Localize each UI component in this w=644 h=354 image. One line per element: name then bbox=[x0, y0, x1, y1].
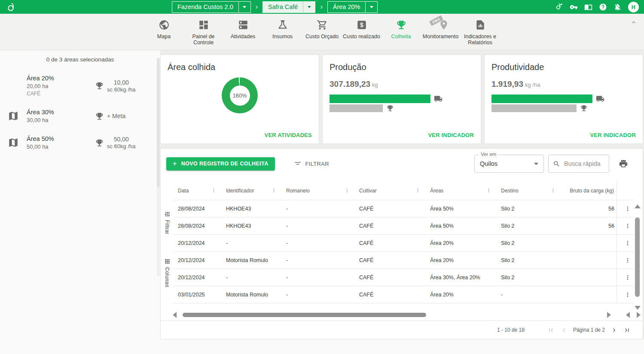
card-producao: Produção 307.189,23kg bbox=[322, 55, 481, 144]
area-selector-caret[interactable] bbox=[365, 2, 377, 12]
scroll-right-arrow[interactable] bbox=[637, 312, 641, 318]
notifications-off-icon[interactable] bbox=[613, 3, 622, 11]
pagination: 1 - 10 de 18 Página 1 de 2 bbox=[161, 320, 643, 339]
previous-page-button[interactable] bbox=[560, 327, 568, 334]
column-menu-icon[interactable] bbox=[344, 188, 350, 193]
column-menu-icon[interactable] bbox=[486, 188, 491, 193]
table-row[interactable]: 03/01/2025 Motorista Romulo - CAFÉ Área … bbox=[174, 286, 634, 303]
season-selector-caret[interactable] bbox=[303, 2, 315, 12]
key-icon[interactable] bbox=[570, 3, 578, 11]
list-item-area-50[interactable]: Área 50% 50,00 ha 50,00 sc 60kg /ha bbox=[0, 135, 160, 150]
view-in-select[interactable]: Ver em Quilos bbox=[474, 155, 544, 173]
column-menu-icon[interactable] bbox=[271, 188, 277, 193]
row-menu-button[interactable] bbox=[617, 269, 634, 286]
collapse-nav-icon[interactable] bbox=[630, 19, 637, 27]
search-input[interactable] bbox=[563, 160, 604, 168]
area-size: 50,00 ha bbox=[27, 143, 95, 150]
help-icon[interactable] bbox=[599, 3, 607, 11]
column-menu-icon[interactable] bbox=[415, 188, 421, 193]
scroll-left-arrow[interactable] bbox=[173, 312, 177, 318]
scroll-right-arrow[interactable] bbox=[607, 312, 611, 318]
farm-selector-caret[interactable] bbox=[238, 2, 250, 12]
ver-indicador-link[interactable]: VER INDICADOR bbox=[590, 132, 636, 138]
nav-item-mapa[interactable]: Mapa bbox=[145, 19, 183, 40]
trophy-icon bbox=[386, 104, 394, 112]
invite-icon[interactable] bbox=[555, 2, 563, 12]
horizontal-scroll-thumb[interactable] bbox=[183, 313, 426, 317]
cell-destino: Silo 2 bbox=[497, 200, 561, 217]
table-header-row: Data Identificador Romaneio Cultivar Áre… bbox=[174, 181, 634, 200]
more-vert-icon bbox=[624, 240, 631, 247]
content: 0 de 3 áreas selecionadas Área 20% 20,00… bbox=[0, 50, 644, 354]
goal-bar bbox=[330, 104, 383, 112]
tab-colunas[interactable]: Colunas bbox=[162, 258, 172, 287]
table-row[interactable]: 28/08/2024 HKHOE43 - CAFÉ Área 50% Silo … bbox=[174, 200, 634, 217]
add-goal-button[interactable]: + Meta bbox=[107, 113, 125, 119]
row-menu-button[interactable] bbox=[617, 200, 634, 217]
table-horizontal-scrollbar[interactable] bbox=[173, 311, 611, 318]
goal-unit: sc 60kg /ha bbox=[107, 143, 136, 150]
table-vertical-scrollbar[interactable] bbox=[634, 204, 641, 310]
area-selector[interactable]: Área 20% bbox=[327, 1, 378, 13]
scroll-left-arrow[interactable] bbox=[626, 312, 630, 318]
table-toolbar: + NOVO REGISTRO DE COLHEITA FILTRAR Ver … bbox=[161, 149, 643, 173]
farm-selector[interactable]: Fazenda Custos 2.0 bbox=[172, 1, 251, 13]
row-menu-button[interactable] bbox=[617, 217, 634, 234]
nav-item-atividades[interactable]: Atividades bbox=[224, 19, 262, 40]
chevron-down-icon bbox=[534, 163, 538, 165]
map-icon bbox=[8, 110, 19, 122]
cell-romaneio: - bbox=[282, 252, 355, 269]
new-harvest-record-button[interactable]: + NOVO REGISTRO DE COLHEITA bbox=[166, 157, 275, 171]
map-pin-icon: PRO bbox=[431, 19, 450, 31]
vertical-scroll-thumb[interactable] bbox=[635, 217, 640, 297]
nav-item-insumos[interactable]: Insumos bbox=[264, 19, 301, 40]
cell-cultivar: CAFÉ bbox=[355, 252, 426, 269]
column-menu-icon[interactable] bbox=[211, 188, 217, 193]
list-item-area-30[interactable]: Área 30% 30,00 ha + Meta bbox=[0, 109, 160, 123]
scroll-down-arrow[interactable] bbox=[635, 306, 641, 310]
sidebar-scrollbar-thumb[interactable] bbox=[157, 58, 160, 187]
more-vert-icon bbox=[624, 291, 631, 298]
pinned-column-scroll[interactable] bbox=[626, 311, 641, 318]
print-button[interactable] bbox=[619, 159, 628, 168]
table-row[interactable]: 28/08/2024 HKHOE43 - CAFÉ Área 50% Silo … bbox=[174, 217, 634, 235]
user-avatar[interactable]: H bbox=[628, 2, 639, 12]
filter-sliders-icon bbox=[164, 211, 171, 217]
column-menu-icon[interactable] bbox=[550, 188, 556, 193]
season-selector[interactable]: Safra Café bbox=[262, 1, 315, 13]
tab-filtrar[interactable]: Filtrar bbox=[162, 211, 172, 234]
book-icon[interactable] bbox=[584, 3, 592, 11]
row-menu-button[interactable] bbox=[617, 286, 634, 303]
chevron-down-icon bbox=[308, 6, 311, 8]
nav-item-colheita[interactable]: Colheita bbox=[382, 19, 420, 40]
next-page-button[interactable] bbox=[610, 327, 618, 334]
nav-item-monitoramento[interactable]: PRO Monitoramento bbox=[422, 19, 459, 40]
last-page-button[interactable] bbox=[623, 327, 631, 334]
nav-item-custo-realizado[interactable]: $ Custo realizado bbox=[343, 19, 380, 40]
list-item-area-20[interactable]: Área 20% 20,00 ha CAFÉ 10,00 sc 60kg /ha bbox=[0, 75, 160, 97]
first-page-button[interactable] bbox=[547, 327, 555, 334]
table-row[interactable]: 20/12/2024 - - CAFÉ Área 20% Silo 2 bbox=[174, 235, 634, 252]
table-row[interactable]: 20/12/2024 - - CAFÉ Área 30%, Área 20% S… bbox=[174, 269, 634, 286]
scroll-up-arrow[interactable] bbox=[635, 204, 641, 208]
ver-indicador-link[interactable]: VER INDICADOR bbox=[428, 132, 474, 138]
ver-atividades-link[interactable]: VER ATIVIDADES bbox=[265, 132, 312, 138]
cell-data: 28/08/2024 bbox=[174, 217, 222, 234]
nav-item-indicadores-relatorios[interactable]: Indicadores e Relatórios bbox=[461, 19, 499, 46]
row-menu-button[interactable] bbox=[617, 252, 634, 269]
table-row[interactable]: 20/12/2024 Motorista Romulo - CAFÉ Área … bbox=[174, 252, 634, 269]
nav-item-painel-de-controle[interactable]: Painel de Controle bbox=[185, 19, 222, 46]
card-title: Área colhida bbox=[168, 62, 312, 72]
cell-areas: Área 30%, Área 20% bbox=[426, 269, 497, 286]
nav-item-custo-orcado[interactable]: Custo Orçado bbox=[303, 19, 341, 40]
cell-data: 03/01/2025 bbox=[174, 286, 222, 303]
main-area: Área colhida 160% VER ATIVIDADES Produçã… bbox=[160, 50, 644, 354]
farm-selector-label: Fazenda Custos 2.0 bbox=[172, 2, 238, 12]
cell-areas: Área 50% bbox=[426, 217, 497, 234]
row-menu-button[interactable] bbox=[617, 235, 634, 251]
sidebar-scrollbar[interactable] bbox=[157, 58, 160, 276]
cell-areas: Área 50% bbox=[426, 200, 497, 217]
aegro-logo-icon[interactable] bbox=[6, 2, 16, 12]
filter-button[interactable]: FILTRAR bbox=[294, 160, 329, 168]
plus-icon: + bbox=[173, 160, 177, 168]
